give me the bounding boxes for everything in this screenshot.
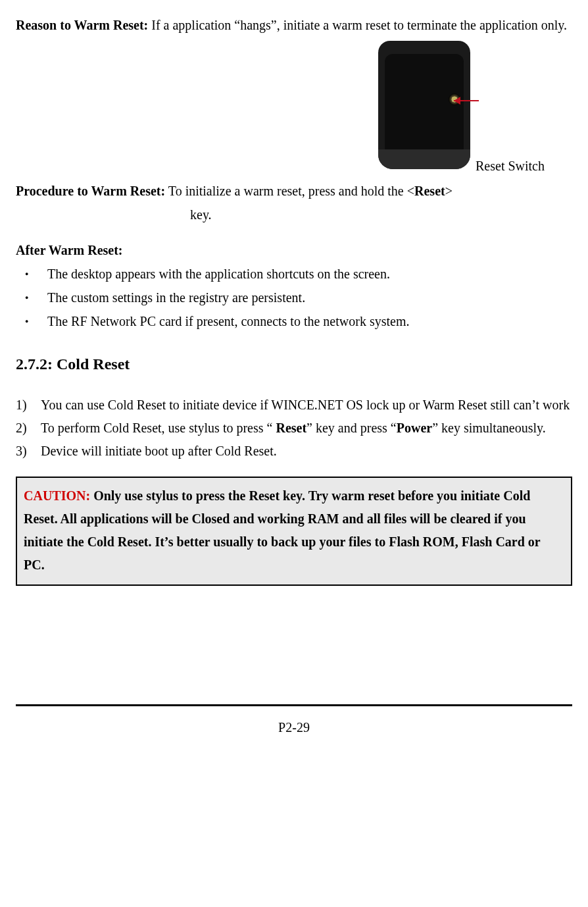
list-item: The desktop appears with the application… [16,262,572,286]
list-item: 1) You can use Cold Reset to initiate de… [16,394,572,416]
step-number: 3) [16,440,27,462]
bullet-text: The RF Network PC card if present, conne… [47,314,409,328]
list-item: 2) To perform Cold Reset, use stylus to … [16,417,572,439]
step-text: You can use Cold Reset to initiate devic… [41,398,570,412]
warm-reset-procedure-key: key. [16,203,572,226]
warm-reset-procedure-pre: To initialize a warm reset, press and ho… [165,184,414,198]
list-item: 3) Device will initiate boot up after Co… [16,440,572,462]
caution-text: Only use stylus to press the Reset key. … [24,488,540,572]
step-number: 2) [16,417,27,439]
caution-label: CAUTION: [24,488,90,503]
caution-box: CAUTION: Only use stylus to press the Re… [16,477,572,586]
warm-reset-reason-text: If a application “hangs”, initiate a war… [148,18,567,32]
step-text: Device will initiate boot up after Cold … [41,444,277,458]
device-body-icon [378,41,470,169]
page-number: P2-29 [16,715,572,739]
step-number: 1) [16,394,27,416]
bullet-text: The custom settings in the registry are … [47,290,305,305]
cold-reset-steps: 1) You can use Cold Reset to initiate de… [16,394,572,462]
after-warm-reset-list: The desktop appears with the application… [16,262,572,333]
warm-reset-procedure-post: > [445,184,453,198]
device-figure-wrap: Reset Switch [16,41,572,176]
warm-reset-procedure-bold: Reset [414,184,445,198]
arrow-head-icon [454,97,460,105]
warm-reset-procedure-label: Procedure to Warm Reset: [16,184,165,198]
warm-reset-reason: Reason to Warm Reset: If a application “… [16,13,572,37]
warm-reset-procedure: Procedure to Warm Reset: To initialize a… [16,179,572,203]
reset-switch-label: Reset Switch [476,154,545,178]
step-text: To perform Cold Reset, use stylus to pre… [41,421,546,435]
footer-divider [16,704,572,706]
list-item: The RF Network PC card if present, conne… [16,309,572,333]
after-warm-reset-label: After Warm Reset: [16,238,572,262]
list-item: The custom settings in the registry are … [16,286,572,309]
warm-reset-reason-label: Reason to Warm Reset: [16,18,148,32]
bullet-text: The desktop appears with the application… [47,267,390,281]
cold-reset-heading: 2.7.2: Cold Reset [16,350,572,378]
device-figure: Reset Switch [378,41,470,169]
